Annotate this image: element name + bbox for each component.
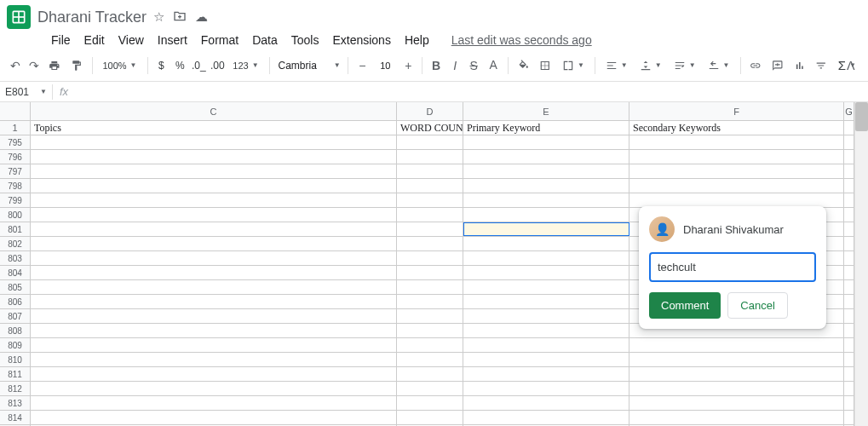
menu-tools[interactable]: Tools bbox=[286, 32, 325, 49]
last-edit-link[interactable]: Last edit was seconds ago bbox=[446, 32, 597, 49]
cell[interactable] bbox=[397, 367, 463, 381]
cell[interactable] bbox=[31, 367, 397, 381]
borders-button[interactable] bbox=[535, 55, 555, 76]
cell[interactable] bbox=[629, 135, 844, 149]
cell[interactable] bbox=[844, 324, 854, 337]
cell[interactable] bbox=[629, 164, 844, 178]
cell[interactable] bbox=[844, 208, 854, 222]
vertical-align-button[interactable]: ▼ bbox=[635, 56, 667, 75]
cell[interactable] bbox=[31, 135, 397, 149]
row-header[interactable]: 799 bbox=[0, 193, 31, 207]
cell[interactable] bbox=[844, 179, 854, 193]
comment-button[interactable] bbox=[767, 55, 788, 76]
cell[interactable] bbox=[397, 338, 463, 352]
row-header[interactable]: 806 bbox=[0, 295, 31, 308]
cell[interactable] bbox=[397, 295, 463, 308]
row-header[interactable]: 812 bbox=[0, 382, 31, 395]
row-header[interactable]: 809 bbox=[0, 338, 31, 352]
cell[interactable] bbox=[31, 280, 397, 294]
cell[interactable] bbox=[397, 222, 463, 236]
text-rotation-button[interactable]: ▼ bbox=[703, 56, 735, 75]
cell[interactable] bbox=[844, 266, 854, 279]
cell[interactable] bbox=[31, 324, 397, 337]
cell[interactable] bbox=[629, 193, 844, 207]
cell[interactable]: Primary Keyword bbox=[463, 121, 629, 135]
row-header[interactable]: 805 bbox=[0, 280, 31, 294]
cell[interactable] bbox=[31, 338, 397, 352]
cloud-icon[interactable]: ☁ bbox=[195, 9, 208, 25]
row-header[interactable]: 1 bbox=[0, 121, 31, 135]
cell[interactable] bbox=[31, 266, 397, 279]
cell[interactable] bbox=[844, 338, 854, 352]
menu-edit[interactable]: Edit bbox=[79, 32, 110, 49]
select-all-corner[interactable] bbox=[0, 102, 31, 120]
cell[interactable] bbox=[629, 150, 844, 164]
currency-button[interactable]: $ bbox=[152, 55, 170, 76]
cell[interactable] bbox=[31, 382, 397, 395]
cell[interactable] bbox=[31, 295, 397, 308]
cell[interactable] bbox=[397, 411, 463, 424]
cell[interactable] bbox=[397, 179, 463, 193]
undo-button[interactable]: ↶ bbox=[7, 55, 24, 76]
cell[interactable] bbox=[463, 411, 629, 424]
cell[interactable] bbox=[629, 411, 844, 424]
formula-bar[interactable] bbox=[75, 82, 868, 101]
cell[interactable] bbox=[397, 382, 463, 395]
name-box[interactable]: E801▼ bbox=[0, 84, 53, 100]
cell[interactable] bbox=[463, 208, 629, 222]
decrease-decimal-button[interactable]: .0_ bbox=[190, 55, 207, 76]
cell[interactable] bbox=[629, 382, 844, 395]
cell[interactable] bbox=[397, 309, 463, 323]
cell[interactable] bbox=[31, 222, 397, 236]
cell[interactable] bbox=[844, 295, 854, 308]
star-icon[interactable]: ☆ bbox=[153, 9, 164, 25]
vertical-scrollbar[interactable] bbox=[854, 102, 868, 426]
increase-decimal-button[interactable]: .00 bbox=[209, 55, 226, 76]
row-header[interactable]: 796 bbox=[0, 150, 31, 164]
menu-help[interactable]: Help bbox=[400, 32, 434, 49]
cell[interactable]: Secondary Keywords bbox=[629, 121, 844, 135]
menu-insert[interactable]: Insert bbox=[152, 32, 193, 49]
cell[interactable] bbox=[397, 208, 463, 222]
cell[interactable] bbox=[463, 150, 629, 164]
menu-view[interactable]: View bbox=[113, 32, 149, 49]
cell[interactable] bbox=[31, 150, 397, 164]
cell[interactable] bbox=[397, 193, 463, 207]
font-size-increase[interactable]: + bbox=[400, 55, 417, 76]
cell[interactable] bbox=[31, 411, 397, 424]
cell[interactable] bbox=[463, 164, 629, 178]
cell[interactable] bbox=[629, 338, 844, 352]
redo-button[interactable]: ↷ bbox=[26, 55, 43, 76]
cell[interactable] bbox=[463, 179, 629, 193]
cell[interactable] bbox=[844, 193, 854, 207]
cell[interactable] bbox=[629, 179, 844, 193]
cell[interactable] bbox=[629, 367, 844, 381]
row-header[interactable]: 803 bbox=[0, 251, 31, 265]
cell[interactable] bbox=[463, 367, 629, 381]
cell[interactable] bbox=[844, 353, 854, 366]
cell[interactable] bbox=[463, 222, 629, 236]
row-header[interactable]: 810 bbox=[0, 353, 31, 366]
cell[interactable] bbox=[397, 324, 463, 337]
menu-extensions[interactable]: Extensions bbox=[327, 32, 395, 49]
font-size-decrease[interactable]: − bbox=[354, 55, 371, 76]
paint-format-button[interactable] bbox=[66, 55, 87, 76]
font-select[interactable]: Cambria▼ bbox=[274, 58, 342, 73]
cell[interactable] bbox=[629, 396, 844, 410]
cell[interactable] bbox=[844, 222, 854, 236]
cell[interactable]: Topics bbox=[31, 121, 397, 135]
cell[interactable] bbox=[844, 309, 854, 323]
cell[interactable] bbox=[629, 353, 844, 366]
col-header-G[interactable]: G bbox=[844, 102, 854, 120]
row-header[interactable]: 798 bbox=[0, 179, 31, 193]
comment-submit-button[interactable]: Comment bbox=[649, 292, 721, 319]
cell[interactable] bbox=[844, 164, 854, 178]
comment-cancel-button[interactable]: Cancel bbox=[727, 292, 787, 319]
cell[interactable] bbox=[844, 251, 854, 265]
bold-button[interactable]: B bbox=[428, 55, 445, 76]
row-header[interactable]: 804 bbox=[0, 266, 31, 279]
cell[interactable] bbox=[31, 208, 397, 222]
sheets-logo[interactable] bbox=[7, 5, 31, 29]
cell[interactable] bbox=[844, 237, 854, 250]
cell[interactable] bbox=[844, 367, 854, 381]
